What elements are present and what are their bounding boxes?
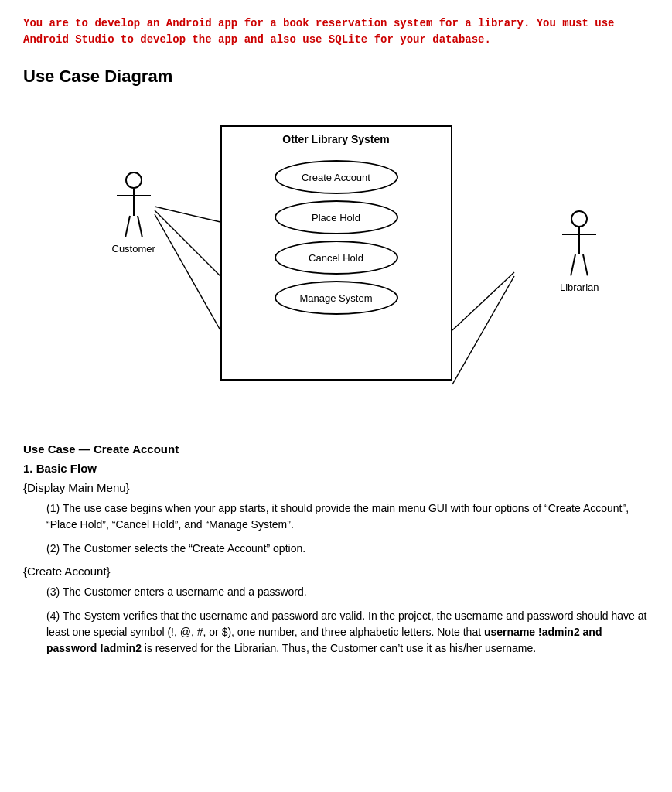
diagram-container: Otter Library System Create Account Plac… <box>23 102 649 411</box>
intro-text: You are to develop an Android app for a … <box>23 15 649 48</box>
use-case-place-hold: Place Hold <box>275 200 398 234</box>
use-case-manage-system: Manage System <box>275 281 398 315</box>
diagram-title: Use Case Diagram <box>23 67 649 87</box>
basic-flow-heading: 1. Basic Flow <box>23 462 649 475</box>
flow-item-3: (3) The Customer enters a username and a… <box>46 584 649 600</box>
diagram-section: Use Case Diagram Otter Library System <box>23 67 649 411</box>
svg-line-1 <box>155 210 220 276</box>
flow-item-4-post: is reserved for the Librarian. Thus, the… <box>142 642 536 654</box>
flow-item-1: (1) The use case begins when your app st… <box>46 500 649 533</box>
system-box-title: Otter Library System <box>222 127 451 152</box>
librarian-head <box>571 210 588 227</box>
actor-librarian: Librarian <box>560 210 599 293</box>
create-account-section: Use Case — Create Account 1. Basic Flow … <box>23 442 649 657</box>
flow-marker-create-account: {Create Account} <box>23 565 649 578</box>
use-case-create-account: Create Account <box>275 160 398 194</box>
svg-line-0 <box>155 207 220 222</box>
use-cases-area: Create Account Place Hold Cancel Hold Ma… <box>222 152 451 315</box>
system-box: Otter Library System Create Account Plac… <box>220 125 452 381</box>
flow-item-2: (2) The Customer selects the “Create Acc… <box>46 541 649 557</box>
svg-line-3 <box>452 272 514 330</box>
librarian-figure <box>562 210 596 278</box>
customer-head <box>125 172 142 189</box>
use-case-create-heading: Use Case — Create Account <box>23 442 649 456</box>
customer-label: Customer <box>112 243 155 254</box>
flow-marker-display-menu: {Display Main Menu} <box>23 481 649 494</box>
flow-item-4: (4) The System verifies that the usernam… <box>46 608 649 657</box>
use-case-cancel-hold: Cancel Hold <box>275 241 398 275</box>
customer-figure <box>117 172 151 239</box>
svg-line-2 <box>155 214 220 330</box>
diagram-area: Otter Library System Create Account Plac… <box>66 110 607 404</box>
actor-customer: Customer <box>112 172 155 254</box>
librarian-label: Librarian <box>560 282 599 293</box>
svg-line-4 <box>452 276 514 384</box>
